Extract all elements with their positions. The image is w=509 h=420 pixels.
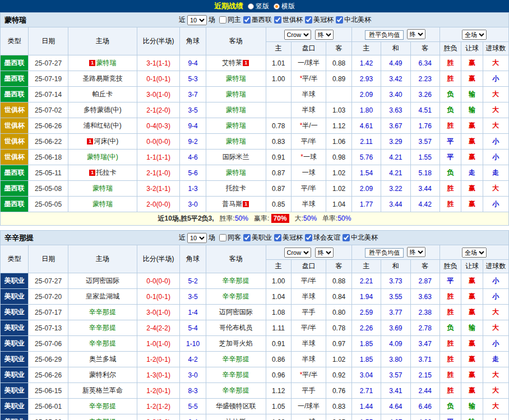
filter-checkbox[interactable] xyxy=(305,234,312,241)
score-cell: 3-1(1-1) xyxy=(137,55,180,71)
rank-badge: 1 xyxy=(87,138,93,144)
team-bar: 蒙特瑞 近 10 场 同主墨西联世俱杯美冠杯中北美杯 xyxy=(0,12,509,27)
col-header-home: 主场 xyxy=(68,245,137,273)
avg-final-select[interactable]: 终 xyxy=(407,29,425,39)
odds-company-select[interactable]: Crow xyxy=(284,248,311,258)
filter-option[interactable]: 同客 xyxy=(219,233,241,242)
over-rate: 大:50% xyxy=(295,214,317,223)
league-type-cell: 美职业 xyxy=(1,320,29,336)
layout-radio-horizontal[interactable]: 横版 xyxy=(274,2,295,11)
corners-cell: 3-0 xyxy=(180,197,206,212)
league-type-cell: 美职业 xyxy=(1,352,29,367)
avg-away-odds: 3.47 xyxy=(410,336,439,352)
crown-home-odds: 1.04 xyxy=(266,289,291,305)
filter-option[interactable]: 美冠杯 xyxy=(274,233,303,242)
league-type-cell: 美职业 xyxy=(1,289,29,305)
score-cell: 1-1(1-1) xyxy=(137,150,180,165)
filter-checkbox[interactable] xyxy=(343,234,350,241)
avg-final-select[interactable]: 终 xyxy=(407,247,425,257)
handicap-cell: 半球 xyxy=(291,197,326,212)
avg-draw-odds: 4.21 xyxy=(381,165,410,181)
odds-company-select[interactable]: Crow xyxy=(284,30,311,40)
date-cell: 25-07-20 xyxy=(29,289,68,305)
away-team-name: 辛辛那提 xyxy=(223,277,249,284)
rank-badge: 1 xyxy=(243,60,249,66)
home-team-name: 蒙特瑞(中) xyxy=(87,153,118,161)
handicap-result-cell: 赢 xyxy=(461,55,483,71)
away-team-name: 辛辛那提 xyxy=(223,371,249,379)
games-count-select[interactable]: 10 xyxy=(187,15,207,25)
match-row: 世俱杯25-06-18蒙特瑞(中)1-1(1-1)4-6国际米兰0.91*一球0… xyxy=(1,150,509,165)
filter-option[interactable]: 墨西联 xyxy=(243,15,272,25)
home-team-name: 迈阿密国际 xyxy=(86,277,119,284)
away-team-cell: 蒙特瑞 xyxy=(206,87,266,102)
home-team-cell: 辛辛那提 xyxy=(68,414,137,420)
filter-label: 美职业 xyxy=(252,233,272,242)
avg-draw-odds: 3.69 xyxy=(381,320,410,336)
crown-away-odds: 1.02 xyxy=(326,352,351,367)
avg-draw-odds: 4.09 xyxy=(381,336,410,352)
col-header-corners: 角球 xyxy=(180,27,206,55)
home-team-name: 托拉卡 xyxy=(96,169,116,176)
avg-draw-odds: 4.49 xyxy=(381,55,410,71)
filter-checkbox[interactable] xyxy=(219,234,226,241)
avg-draw-odds: 3.22 xyxy=(381,181,410,197)
avg-away-odds: 3.57 xyxy=(410,134,439,150)
league-type-cell: 墨西联 xyxy=(1,181,29,197)
radio-unselected-icon[interactable] xyxy=(248,3,254,10)
filter-option[interactable]: 世俱杯 xyxy=(274,15,303,25)
corners-cell: 5-4 xyxy=(180,320,206,336)
avg-away-odds: 3.63 xyxy=(410,289,439,305)
league-type-cell: 墨西联 xyxy=(1,197,29,212)
handicap-result-cell: 输 xyxy=(461,399,483,414)
goals-result-cell: 小 xyxy=(483,150,508,165)
away-team-name: 普马斯 xyxy=(222,200,242,208)
games-count-select[interactable]: 10 xyxy=(187,233,207,243)
corners-cell: 1-10 xyxy=(180,336,206,352)
odds-final-select[interactable]: 终 xyxy=(315,248,334,258)
filter-option[interactable]: 球会友谊 xyxy=(305,233,340,242)
date-cell: 25-06-29 xyxy=(29,352,68,367)
col-header-home: 主场 xyxy=(68,27,137,55)
match-result-cell: 胜 xyxy=(439,197,461,212)
team-name: 蒙特瑞 xyxy=(4,15,26,25)
filter-checkbox[interactable] xyxy=(243,16,251,24)
filter-option[interactable]: 同主 xyxy=(219,15,241,25)
filter-label: 中北美杯 xyxy=(351,233,378,242)
away-team-cell: 华盛顿特区联 xyxy=(206,399,266,414)
home-team-name: 多特蒙德(中) xyxy=(84,106,122,114)
odds-final-select[interactable]: 终 xyxy=(315,30,334,40)
goals-result-cell: 大 xyxy=(483,399,508,414)
home-team-cell: 帕丘卡 xyxy=(68,87,137,102)
avg-away-odds: 2.44 xyxy=(410,383,439,399)
goals-result-cell: 小 xyxy=(483,273,508,289)
radio-selected-icon[interactable] xyxy=(274,3,280,10)
filter-checkbox[interactable] xyxy=(336,16,343,24)
crown-home-odds: 0.78 xyxy=(266,118,291,134)
avg-home-odds: 1.54 xyxy=(351,165,381,181)
filter-checkbox[interactable] xyxy=(274,234,281,241)
avg-odds-label[interactable]: 胜平负均值 xyxy=(365,248,404,258)
filter-checkbox[interactable] xyxy=(219,16,226,24)
games-suffix: 场 xyxy=(209,233,215,242)
filter-option[interactable]: 中北美杯 xyxy=(336,15,371,25)
filter-option[interactable]: 美冠杯 xyxy=(305,15,334,25)
avg-odds-label[interactable]: 胜平负均值 xyxy=(365,30,404,40)
fulltime-select[interactable]: 全场 xyxy=(462,30,487,40)
filter-checkbox[interactable] xyxy=(274,16,281,24)
handicap-result-cell: 赢 xyxy=(461,367,483,383)
handicap-result-cell: 赢 xyxy=(461,197,483,212)
league-type-cell: 世俱杯 xyxy=(1,118,29,134)
away-team-name: 辛辛那提 xyxy=(223,386,249,394)
date-cell: 25-06-01 xyxy=(29,399,68,414)
layout-radio-vertical[interactable]: 竖版 xyxy=(248,2,269,11)
filter-checkbox[interactable] xyxy=(305,16,312,24)
avg-home-odds: 1.44 xyxy=(351,399,381,414)
filter-checkbox[interactable] xyxy=(243,234,251,241)
match-result-cell: 平 xyxy=(439,273,461,289)
filter-label: 美冠杯 xyxy=(283,233,303,242)
filter-option[interactable]: 中北美杯 xyxy=(343,233,378,242)
fulltime-select[interactable]: 全场 xyxy=(462,248,487,258)
filter-option[interactable]: 美职业 xyxy=(243,233,272,242)
handicap-cell: 半球 xyxy=(291,352,326,367)
